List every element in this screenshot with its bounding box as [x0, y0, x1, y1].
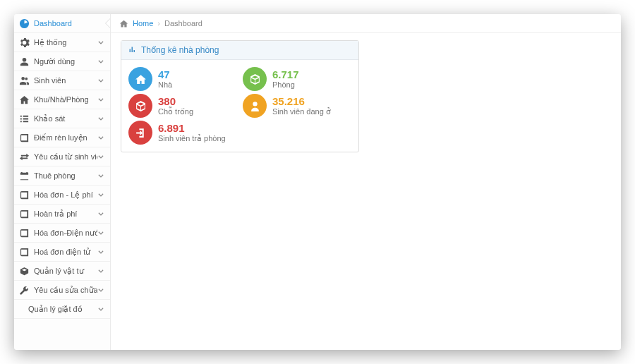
sidebar-item-2[interactable]: Người dùng — [14, 52, 110, 71]
chevron-down-icon — [97, 267, 104, 274]
home-icon — [119, 19, 128, 28]
sidebar-item-label: Hóa đơn - Lệ phí — [34, 190, 97, 200]
chevron-down-icon — [97, 96, 104, 103]
book-icon — [19, 133, 30, 143]
sidebar-item-label: Yêu cầu sửa chữa — [34, 286, 97, 295]
chevron-down-icon — [97, 248, 104, 255]
sidebar: DashboardHệ thốngNgười dùngSinh viênKhu/… — [14, 14, 111, 350]
stat-card-1: 6.717Phòng — [243, 67, 351, 91]
stat-card-0: 47Nhà — [128, 67, 237, 91]
breadcrumb-separator: › — [157, 19, 160, 28]
stats-panel: Thống kê nhà phòng 47Nhà6.717Phòng380Chỗ… — [121, 40, 359, 152]
stat-label: Chỗ trống — [158, 107, 193, 116]
chevron-down-icon — [97, 286, 104, 293]
calendar-icon — [19, 171, 30, 181]
wrench-icon — [19, 285, 30, 296]
sidebar-item-label: Khảo sát — [34, 114, 97, 123]
chevron-down-icon — [97, 58, 104, 65]
stat-label: Sinh viên đang ở — [272, 107, 331, 116]
chevron-down-icon — [97, 305, 104, 313]
person-icon — [243, 94, 267, 118]
sidebar-item-12[interactable]: Hoá đơn điện tử — [14, 243, 110, 262]
stat-label: Sinh viên trả phòng — [158, 134, 226, 143]
sidebar-item-label: Hóa đơn-Điện nước — [34, 229, 97, 238]
book-icon — [19, 190, 30, 200]
cube-icon — [243, 67, 267, 91]
chevron-down-icon — [97, 191, 104, 198]
user-icon — [19, 56, 30, 67]
sidebar-item-label: Sinh viên — [34, 76, 97, 85]
sidebar-item-label: Hệ thống — [34, 38, 97, 47]
chevron-down-icon — [97, 172, 104, 179]
chevron-down-icon — [97, 229, 104, 236]
book-icon — [19, 247, 30, 257]
transfer-icon — [19, 152, 30, 162]
breadcrumb: Home › Dashboard — [111, 14, 621, 33]
sidebar-item-0[interactable]: Dashboard — [14, 14, 110, 33]
sidebar-item-label: Dashboard — [34, 19, 104, 28]
stat-value: 380 — [158, 95, 193, 107]
sidebar-item-label: Hoá đơn điện tử — [34, 248, 97, 257]
sidebar-item-8[interactable]: Thuê phòng — [14, 166, 110, 186]
sidebar-item-label: Yêu cầu từ sinh viên — [34, 152, 97, 162]
stats-grid: 47Nhà6.717Phòng380Chỗ trống35.216Sinh vi… — [121, 60, 358, 152]
chevron-down-icon — [97, 39, 104, 46]
sidebar-item-15[interactable]: Quản lý giặt đồ — [14, 300, 110, 319]
panel-title: Thống kê nhà phòng — [141, 45, 219, 55]
sidebar-item-4[interactable]: Khu/Nhà/Phòng — [14, 90, 110, 109]
sidebar-item-1[interactable]: Hệ thống — [14, 33, 110, 52]
sidebar-item-label: Hoàn trả phí — [34, 210, 97, 219]
sidebar-item-10[interactable]: Hoàn trả phí — [14, 205, 110, 224]
stat-card-4: 6.891Sinh viên trả phòng — [128, 121, 237, 145]
stat-label: Phòng — [272, 80, 299, 90]
sidebar-item-label: Điểm rèn luyện — [34, 133, 97, 142]
sidebar-item-label: Quản lý giặt đồ — [28, 305, 97, 314]
exit-icon — [128, 121, 152, 145]
book-icon — [19, 209, 30, 219]
sidebar-item-11[interactable]: Hóa đơn-Điện nước — [14, 224, 110, 243]
stat-value: 47 — [158, 68, 172, 80]
home-icon — [19, 95, 30, 105]
chevron-down-icon — [97, 77, 104, 84]
main-area: Home › Dashboard Thống kê nhà phòng 47Nh… — [111, 14, 621, 350]
sidebar-item-13[interactable]: Quản lý vật tư — [14, 262, 110, 281]
breadcrumb-home[interactable]: Home — [133, 19, 153, 28]
book-icon — [19, 228, 30, 238]
sidebar-item-6[interactable]: Điểm rèn luyện — [14, 128, 110, 147]
cube-icon — [128, 94, 152, 118]
sidebar-item-9[interactable]: Hóa đơn - Lệ phí — [14, 186, 110, 205]
stat-value: 6.891 — [158, 122, 226, 134]
stat-card-3: 35.216Sinh viên đang ở — [243, 94, 351, 118]
sidebar-item-label: Người dùng — [34, 57, 97, 66]
breadcrumb-current: Dashboard — [164, 19, 202, 28]
list-icon — [19, 114, 30, 124]
stat-value: 6.717 — [272, 68, 299, 80]
chevron-down-icon — [97, 210, 104, 217]
sidebar-item-3[interactable]: Sinh viên — [14, 71, 110, 90]
chart-bars-icon — [128, 46, 137, 54]
sidebar-item-label: Khu/Nhà/Phòng — [34, 95, 97, 104]
panel-header: Thống kê nhà phòng — [121, 41, 358, 60]
sidebar-item-label: Thuê phòng — [34, 171, 97, 180]
content: Thống kê nhà phòng 47Nhà6.717Phòng380Chỗ… — [111, 33, 621, 159]
home-icon — [128, 67, 152, 91]
stat-card-2: 380Chỗ trống — [128, 94, 237, 118]
chevron-down-icon — [97, 134, 104, 141]
box-icon — [19, 266, 30, 277]
sidebar-item-14[interactable]: Yêu cầu sửa chữa — [14, 281, 110, 300]
sidebar-item-5[interactable]: Khảo sát — [14, 109, 110, 128]
stat-label: Nhà — [158, 80, 172, 90]
sidebar-item-label: Quản lý vật tư — [34, 267, 97, 276]
dashboard-icon — [19, 18, 30, 29]
gears-icon — [19, 37, 30, 48]
users-icon — [19, 75, 30, 86]
chevron-down-icon — [97, 153, 104, 160]
app-window: DashboardHệ thốngNgười dùngSinh viênKhu/… — [14, 14, 621, 350]
stat-value: 35.216 — [272, 95, 331, 107]
sidebar-item-7[interactable]: Yêu cầu từ sinh viên — [14, 147, 110, 166]
chevron-down-icon — [97, 115, 104, 122]
